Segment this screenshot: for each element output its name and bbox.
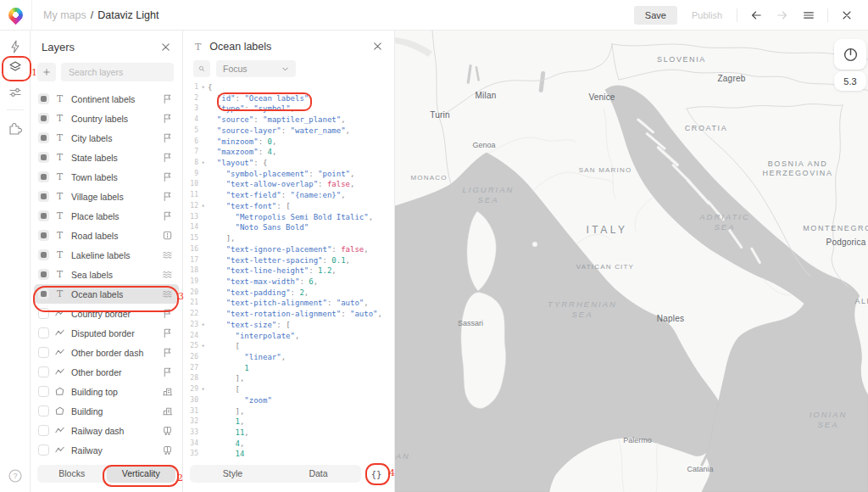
code-line-1[interactable]: 1▾{ <box>183 82 394 93</box>
layer-visibility-checkbox[interactable] <box>38 444 49 456</box>
layer-visibility-checkbox[interactable] <box>38 269 49 280</box>
code-line-18[interactable]: 18 "text-line-height": 1.2, <box>183 266 394 277</box>
layer-visibility-checkbox[interactable] <box>38 93 49 104</box>
code-line-22[interactable]: 22 "text-rotation-alignment": "auto", <box>183 309 394 320</box>
code-line-26[interactable]: 26 "linear", <box>183 352 394 363</box>
menu-icon[interactable] <box>801 8 816 23</box>
layer-visibility-checkbox[interactable] <box>38 308 49 319</box>
code-line-23[interactable]: 23▾ "text-size": [ <box>183 320 394 331</box>
layer-visibility-checkbox[interactable] <box>38 405 49 417</box>
layer-visibility-checkbox[interactable] <box>38 230 49 241</box>
fold-arrow-icon[interactable]: ▾ <box>198 201 208 212</box>
code-line-5[interactable]: 5 "source-layer": "water_name", <box>183 126 394 137</box>
save-button[interactable]: Save <box>634 6 677 25</box>
layer-row-town-labels[interactable]: TTown labels <box>34 167 179 187</box>
code-line-25[interactable]: 25▾ [ <box>183 341 394 352</box>
layer-visibility-checkbox[interactable] <box>38 249 49 260</box>
tab-blocks[interactable]: Blocks <box>37 465 107 483</box>
code-line-13[interactable]: 13 "Metropolis Semi Bold Italic", <box>183 212 394 223</box>
layer-row-road-labels[interactable]: TRoad labels <box>34 226 179 245</box>
layer-visibility-checkbox[interactable] <box>38 425 49 436</box>
code-line-28[interactable]: 28 ], <box>183 373 394 384</box>
tab-verticality[interactable]: Verticality <box>107 465 176 483</box>
layer-visibility-checkbox[interactable] <box>38 113 49 124</box>
search-layers-input[interactable] <box>61 63 174 81</box>
code-line-17[interactable]: 17 "text-letter-spacing": 0.1, <box>183 255 394 266</box>
tab-data[interactable]: Data <box>275 465 361 483</box>
layer-row-continent-labels[interactable]: TContinent labels <box>34 89 179 109</box>
layer-row-state-labels[interactable]: TState labels <box>34 148 179 167</box>
code-line-20[interactable]: 20 "text-padding": 2, <box>183 288 394 299</box>
code-line-7[interactable]: 7 "maxzoom": 4, <box>183 147 394 158</box>
close-icon[interactable] <box>839 8 854 23</box>
layer-row-country-labels[interactable]: TCountry labels <box>34 109 179 128</box>
layer-row-place-labels[interactable]: TPlace labels <box>34 206 179 226</box>
focus-dropdown[interactable]: Focus <box>216 60 296 77</box>
code-line-2[interactable]: 2 "id": "Ocean labels", <box>183 93 394 104</box>
publish-button[interactable]: Publish <box>688 6 726 25</box>
rail-puzzle-icon[interactable] <box>8 120 23 136</box>
layer-row-city-labels[interactable]: TCity labels <box>34 128 179 148</box>
layer-row-railway[interactable]: Railway <box>34 440 179 459</box>
layer-row-ocean-labels[interactable]: TOcean labels <box>34 284 179 304</box>
code-panel-close-icon[interactable] <box>372 41 384 53</box>
code-line-4[interactable]: 4 "source": "maptiler_planet", <box>183 115 394 126</box>
code-line-19[interactable]: 19 "text-max-width": 6, <box>183 277 394 288</box>
rail-sliders-icon[interactable] <box>8 85 23 100</box>
layer-visibility-checkbox[interactable] <box>38 210 49 221</box>
code-line-31[interactable]: 31 ], <box>183 406 394 417</box>
layer-visibility-checkbox[interactable] <box>38 366 49 377</box>
code-line-6[interactable]: 6 "minzoom": 0, <box>183 137 394 148</box>
json-editor-button[interactable]: {} <box>367 467 386 481</box>
layer-row-sea-labels[interactable]: TSea labels <box>34 265 179 284</box>
layer-row-country-border[interactable]: Country border <box>34 304 179 323</box>
layer-visibility-checkbox[interactable] <box>38 171 49 182</box>
code-line-9[interactable]: 9 "symbol-placement": "point", <box>183 169 394 180</box>
layers-panel-close-icon[interactable] <box>160 42 172 53</box>
fold-arrow-icon[interactable]: ▾ <box>198 384 208 395</box>
layer-visibility-checkbox[interactable] <box>38 288 49 299</box>
code-line-34[interactable]: 34 4, <box>183 439 394 450</box>
code-line-8[interactable]: 8▾ "layout": { <box>183 158 394 169</box>
layer-visibility-checkbox[interactable] <box>38 327 49 338</box>
rail-layers-icon[interactable] <box>8 59 23 75</box>
breadcrumb-my-maps[interactable]: My maps <box>43 9 86 21</box>
code-line-30[interactable]: 30 "zoom" <box>183 395 394 406</box>
code-line-24[interactable]: 24 "interpolate", <box>183 331 394 342</box>
layer-row-other-border-dash[interactable]: Other border dash <box>34 343 179 362</box>
compass-reset-button[interactable] <box>834 39 866 70</box>
layer-row-other-border[interactable]: Other border <box>34 362 179 382</box>
layer-visibility-checkbox[interactable] <box>38 191 49 202</box>
code-line-10[interactable]: 10 "text-allow-overlap": false, <box>183 179 394 190</box>
layer-row-disputed-border[interactable]: Disputed border <box>34 323 179 343</box>
help-icon[interactable]: ? <box>8 468 23 484</box>
fold-arrow-icon[interactable]: ▾ <box>198 341 208 352</box>
code-line-14[interactable]: 14 "Noto Sans Bold" <box>183 222 394 233</box>
fold-arrow-icon[interactable]: ▾ <box>198 158 208 169</box>
layer-visibility-checkbox[interactable] <box>38 347 49 358</box>
code-line-29[interactable]: 29▾ [ <box>183 384 394 395</box>
layer-row-railway-dash[interactable]: Railway dash <box>34 421 179 440</box>
code-search-icon[interactable] <box>193 60 210 77</box>
redo-arrow-icon[interactable] <box>775 8 790 23</box>
code-line-33[interactable]: 33 11, <box>183 428 394 439</box>
code-line-32[interactable]: 32 1, <box>183 417 394 428</box>
tab-style[interactable]: Style <box>190 465 275 483</box>
code-line-27[interactable]: 27 1 <box>183 363 394 374</box>
layer-row-village-labels[interactable]: TVillage labels <box>34 187 179 206</box>
add-layer-button[interactable] <box>37 63 56 81</box>
layer-visibility-checkbox[interactable] <box>38 386 49 397</box>
code-line-16[interactable]: 16 "text-ignore-placement": false, <box>183 244 394 255</box>
undo-arrow-icon[interactable] <box>748 8 764 23</box>
code-line-11[interactable]: 11 "text-field": "{name:en}", <box>183 190 394 201</box>
rail-bolt-icon[interactable] <box>8 39 23 54</box>
code-editor[interactable]: 1▾{2 "id": "Ocean labels",3 "type": "sym… <box>183 80 394 459</box>
code-line-15[interactable]: 15 ], <box>183 233 394 244</box>
layer-row-building[interactable]: Building <box>34 401 179 421</box>
layer-row-lakeline-labels[interactable]: TLakeline labels <box>34 245 179 265</box>
layer-visibility-checkbox[interactable] <box>38 132 49 143</box>
fold-arrow-icon[interactable]: ▾ <box>198 82 208 93</box>
code-line-21[interactable]: 21 "text-pitch-alignment": "auto", <box>183 298 394 309</box>
fold-arrow-icon[interactable]: ▾ <box>198 320 208 331</box>
maptiler-logo[interactable] <box>0 0 32 30</box>
